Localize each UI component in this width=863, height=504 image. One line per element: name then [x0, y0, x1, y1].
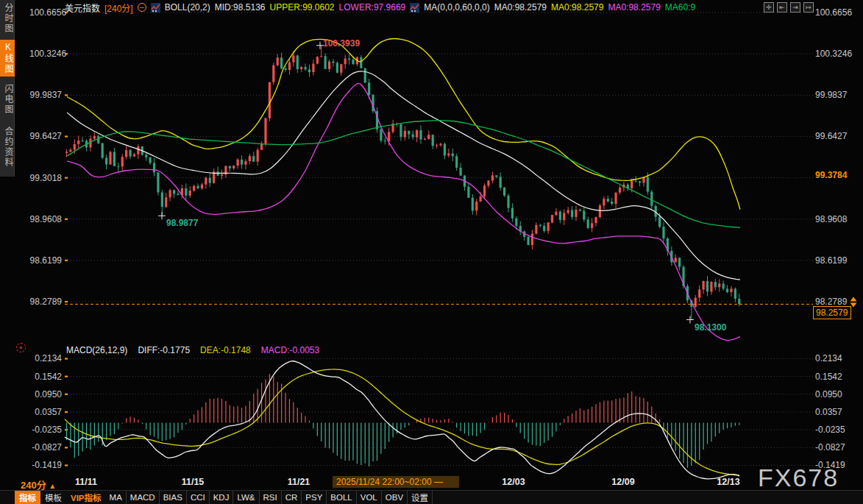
- macd-axis-label-right: -0.0235: [815, 425, 845, 434]
- x-axis-label: 11/15: [182, 477, 205, 487]
- price-axis-label-left: 99.3018: [29, 174, 62, 182]
- macd-diff: DIFF:-0.1775: [138, 345, 190, 355]
- macd-dea: DEA:-0.1748: [200, 345, 251, 355]
- macd-title: MACD(26,12,9): [66, 345, 127, 355]
- low-price-annotation: 98.1300: [695, 322, 726, 333]
- x-axis-label: 11/11: [75, 477, 97, 487]
- toolbar-tab-2[interactable]: 模板: [40, 491, 66, 504]
- watermark: FX678: [758, 464, 839, 492]
- current-price-badge: 98.2579: [813, 306, 851, 319]
- x-axis-label: 12/13: [717, 477, 739, 487]
- price-axis-label-left: 98.6199: [29, 256, 62, 265]
- macd-axis-label-right: 0.1542: [815, 372, 842, 381]
- macd-axis-label-right: 0.0357: [815, 408, 842, 416]
- price-axis-label-left: 99.6427: [29, 132, 62, 141]
- price-axis-label-right: 99.9837: [815, 90, 847, 99]
- macd-axis-label-left: -0.0827: [29, 443, 62, 452]
- indicator-button-CCI[interactable]: CCI: [187, 491, 210, 504]
- toolbar-tab-1[interactable]: 指标: [15, 491, 40, 504]
- macd-collapse-icon[interactable]: [16, 343, 26, 352]
- macd-axis-label-left: 0.0357: [29, 408, 62, 416]
- low-price-annotation: 98.9877: [166, 218, 198, 228]
- selected-period-label: 2025/11/24 22:00~02:00 —: [333, 476, 459, 488]
- indicator-button-MA[interactable]: MA: [106, 491, 127, 504]
- high-price-annotation: 100.3939: [323, 38, 360, 49]
- macd-axis-label-left: -0.0235: [29, 425, 62, 434]
- indicator-button-CR[interactable]: CR: [282, 491, 302, 504]
- price-axis-label-right: 100.3246: [815, 49, 852, 58]
- price-axis-label-right: 100.6656: [815, 8, 852, 17]
- indicator-button-BIAS[interactable]: BIAS: [160, 491, 187, 504]
- indicator-button-LW&[interactable]: LW&: [233, 491, 259, 504]
- macd-axis-label-right: -0.0827: [815, 443, 845, 452]
- price-axis-label-right: 99.6427: [815, 132, 847, 141]
- price-axis-label-right: 98.6199: [815, 256, 847, 265]
- x-axis-label: 11/21: [288, 477, 310, 487]
- macd-axis-label-right: 0.0950: [815, 390, 842, 399]
- candlestick-chart[interactable]: [0, 0, 863, 504]
- price-axis-label-right: 98.9608: [815, 215, 847, 224]
- macd-macd: MACD:-0.0053: [261, 345, 319, 355]
- price-axis-label-left: 98.2789: [29, 297, 62, 306]
- macd-axis-label-left: -0.1419: [29, 461, 62, 469]
- price-axis-label-left: 98.9608: [29, 215, 62, 224]
- macd-axis-label-left: 0.2134: [29, 354, 62, 363]
- macd-axis-label-right: 0.2134: [815, 354, 842, 363]
- macd-axis-label-left: 0.0950: [29, 390, 62, 399]
- price-axis-label-left: 100.3246: [29, 49, 62, 58]
- indicator-button-MACD[interactable]: MACD: [127, 491, 160, 504]
- alert-price-label: 99.3784: [815, 171, 847, 180]
- x-axis-label: 12/03: [502, 477, 525, 487]
- trading-app: { "header": { "symbol": "美元指数", "timefra…: [0, 0, 863, 504]
- indicator-button-BOLL[interactable]: BOLL: [327, 491, 356, 504]
- toolbar-tab-3[interactable]: VIP指标: [66, 491, 106, 504]
- bottom-toolbar: 指标模板VIP指标MAMACDBIASCCIKDJLW&RSICRPSYBOLL…: [0, 490, 863, 504]
- indicator-button-PSY[interactable]: PSY: [302, 491, 327, 504]
- macd-axis-label-left: 0.1542: [29, 372, 62, 381]
- x-axis-label: 12/09: [611, 477, 634, 487]
- indicator-button-OBV[interactable]: OBV: [382, 491, 408, 504]
- indicator-button-VOL[interactable]: VOL: [357, 491, 382, 504]
- price-axis-label-right: 98.2789: [815, 297, 847, 306]
- indicator-button-RSI[interactable]: RSI: [260, 491, 282, 504]
- macd-indicator-bar: MACD(26,12,9) DIFF:-0.1775 DEA:-0.1748 M…: [66, 345, 319, 355]
- indicator-button-设置[interactable]: 设置: [408, 491, 433, 504]
- indicator-button-KDJ[interactable]: KDJ: [210, 491, 234, 504]
- price-axis-label-left: 99.9837: [29, 90, 62, 99]
- price-axis-label-left: 100.6656: [29, 8, 62, 17]
